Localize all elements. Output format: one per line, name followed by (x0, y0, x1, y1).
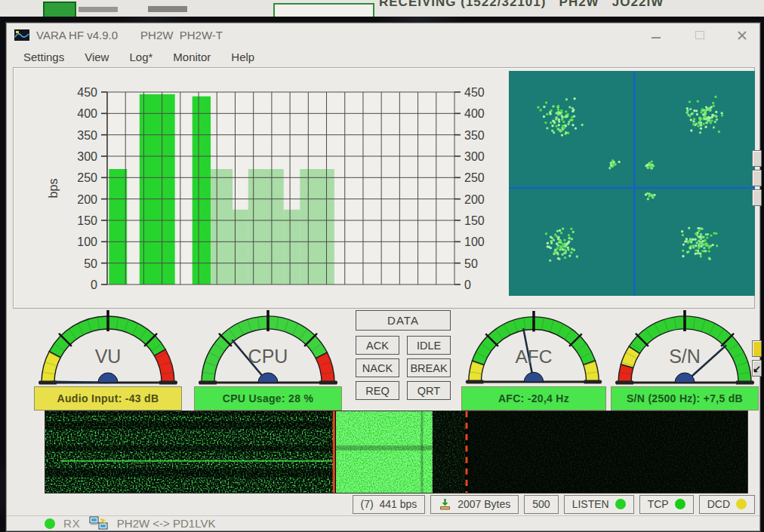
svg-text:CPU: CPU (248, 346, 288, 367)
afc-gauge-dial: AFC (461, 309, 606, 386)
tcp-status: TCP (639, 495, 694, 514)
side-arrow-button[interactable]: ↙ (752, 360, 762, 377)
dcd-label: DCD (707, 498, 730, 510)
rx-label: RX (63, 517, 81, 530)
window-title: VARA HF v4.9.0 (36, 29, 118, 42)
afc-gauge: AFC AFC: -20,4 Hz (461, 309, 606, 411)
afc-gauge-status: AFC: -20,4 Hz (461, 386, 606, 411)
background-window-strip: RECEIVING (1522/32101) PH2W JO22IW (0, 0, 764, 17)
background-receiving-text: RECEIVING (1522/32101) PH2W JO22IW (379, 0, 664, 10)
menu-view[interactable]: View (85, 51, 109, 63)
svg-text:0: 0 (464, 278, 471, 291)
buffer-text: 500 (532, 498, 550, 510)
nack-indicator: NACK (356, 358, 399, 377)
throughput-bar-chart: 0050501001001501502002002502503003003503… (14, 69, 503, 305)
menu-settings[interactable]: Settings (23, 51, 64, 63)
svg-text:100: 100 (464, 235, 485, 248)
svg-text:AFC: AFC (516, 346, 553, 367)
buffer-status: 500 (524, 495, 558, 514)
svg-text:400: 400 (77, 107, 97, 120)
svg-text:200: 200 (464, 193, 485, 206)
ack-indicator: ACK (356, 336, 399, 355)
svg-text:300: 300 (464, 150, 485, 163)
svg-text:150: 150 (77, 214, 97, 227)
side-button-column: ↙ (752, 150, 764, 399)
qrt-indicator: QRT (407, 381, 451, 400)
side-button[interactable] (752, 189, 762, 206)
window-callsigns: PH2W PH2W-T (140, 29, 223, 42)
svg-text:250: 250 (464, 171, 485, 184)
listen-status[interactable]: LISTEN (564, 495, 634, 514)
menu-monitor[interactable]: Monitor (173, 51, 211, 63)
data-indicator: DATA (356, 310, 451, 331)
dcd-status: DCD (699, 495, 755, 514)
close-button[interactable] (731, 29, 753, 42)
side-button[interactable] (752, 150, 762, 167)
svg-text:bps: bps (47, 179, 60, 198)
menu-bar: Settings View Log* Monitor Help (7, 46, 759, 67)
svg-text:350: 350 (77, 129, 97, 142)
connection-bar: RX PH2W <-> PD1LVK (7, 515, 759, 530)
svg-text:250: 250 (77, 171, 97, 184)
svg-text:200: 200 (77, 193, 97, 206)
background-text-fragment (79, 7, 118, 12)
connection-link-text: PH2W <-> PD1LVK (117, 517, 216, 530)
tcp-label: TCP (648, 498, 669, 510)
svg-text:100: 100 (77, 235, 97, 248)
menu-help[interactable]: Help (231, 51, 254, 63)
background-progress-fragment (43, 2, 76, 17)
background-field-fragment (273, 3, 374, 17)
svg-text:350: 350 (464, 129, 485, 142)
tcp-indicator-dot (675, 499, 685, 509)
bytes-text: 2007 Bytes (457, 498, 510, 510)
req-indicator: REQ (356, 381, 399, 400)
dcd-indicator-dot (736, 499, 747, 509)
svg-text:0: 0 (91, 278, 97, 291)
constellation-display (509, 71, 755, 296)
sn-gauge: S/N S/N (2500 Hz): +7,5 dB (611, 309, 759, 411)
menu-log[interactable]: Log* (129, 51, 152, 63)
vu-gauge-status: Audio Input: -43 dB (34, 386, 182, 411)
speed-status: (7) 441 bps (353, 495, 426, 514)
displays-panel: 0050501001001501502002002502503003003503… (13, 67, 755, 309)
vu-gauge: VU Audio Input: -43 dB (34, 309, 182, 411)
cpu-gauge: CPU CPU Usage: 28 % (194, 309, 342, 411)
minimize-button[interactable] (645, 29, 667, 42)
maximize-button[interactable] (689, 29, 711, 42)
svg-text:50: 50 (84, 257, 97, 270)
break-indicator: BREAK (407, 358, 451, 377)
svg-text:150: 150 (464, 214, 485, 227)
listen-indicator-dot (615, 499, 626, 509)
cpu-gauge-dial: CPU (194, 309, 342, 386)
frame-state-panel: DATA ACK IDLE NACK BREAK REQ QRT (356, 310, 451, 400)
vara-hf-window: VARA HF v4.9.0 PH2W PH2W-T Settings View… (6, 23, 760, 531)
side-button-active[interactable] (752, 340, 762, 357)
vara-app-icon (14, 29, 29, 41)
svg-text:VU: VU (95, 346, 122, 367)
status-bar: (7) 441 bps 2007 Bytes 500 LISTEN TCP DC… (7, 494, 759, 514)
side-button[interactable] (752, 170, 762, 186)
svg-text:450: 450 (77, 86, 97, 99)
waterfall-display (45, 411, 748, 494)
svg-text:300: 300 (77, 150, 97, 163)
svg-text:400: 400 (464, 107, 485, 120)
close-icon (737, 30, 747, 41)
idle-indicator: IDLE (407, 336, 451, 355)
listen-label: LISTEN (572, 498, 609, 510)
network-link-icon (89, 516, 109, 530)
svg-text:50: 50 (464, 257, 478, 270)
sn-gauge-status: S/N (2500 Hz): +7,5 dB (611, 386, 759, 411)
svg-text:S/N: S/N (669, 346, 701, 367)
bytes-status: 2007 Bytes (430, 495, 519, 514)
rx-indicator-dot (45, 518, 55, 529)
vu-gauge-dial: VU (34, 309, 182, 386)
sn-gauge-dial: S/N (611, 309, 759, 386)
speed-text: (7) 441 bps (361, 498, 417, 510)
cpu-gauge-status: CPU Usage: 28 % (194, 386, 342, 411)
download-icon (439, 498, 451, 510)
background-text-fragment (148, 6, 187, 12)
svg-text:450: 450 (464, 86, 485, 99)
title-bar: VARA HF v4.9.0 PH2W PH2W-T (7, 23, 759, 46)
